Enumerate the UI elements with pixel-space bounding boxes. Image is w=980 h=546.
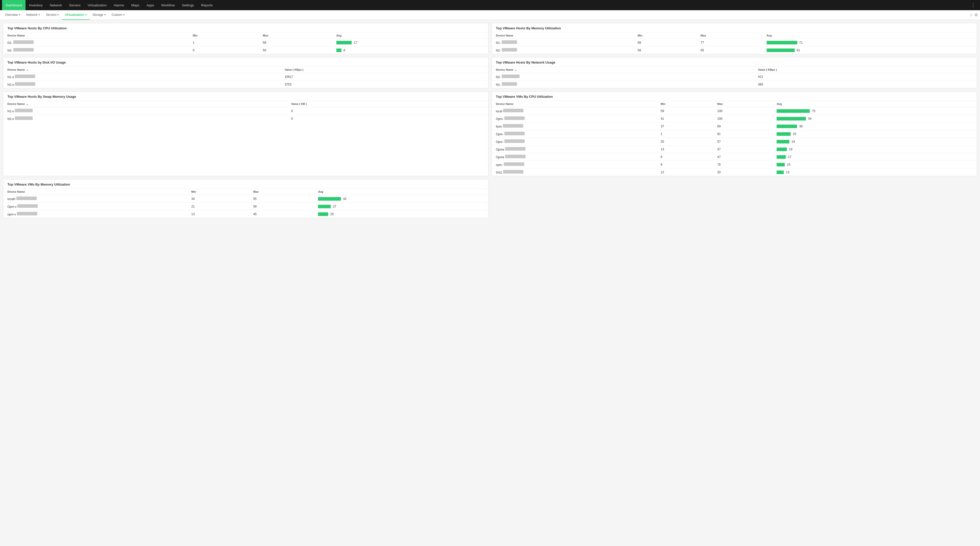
device-name-cell: N1- <box>492 39 633 46</box>
device-name-cell: Itom <box>492 123 656 130</box>
nav-network[interactable]: Network <box>46 0 65 10</box>
nav-dashboard[interactable]: Dashboard <box>2 0 25 10</box>
avg-bar <box>776 117 806 121</box>
value-cell: 0 <box>287 107 488 115</box>
avg-bar <box>776 140 789 143</box>
col-avg: Avg <box>773 101 977 107</box>
table-row: N2- 421 <box>492 73 977 81</box>
device-placeholder <box>504 116 525 120</box>
nav-settings[interactable]: Settings <box>178 0 197 10</box>
device-placeholder <box>15 116 33 120</box>
vm-cpu-util-table: Device Name Min Max Avg local 59 100 75 <box>492 100 977 176</box>
table-row: Opm- 1 81 25 <box>492 130 977 138</box>
device-placeholder <box>504 139 525 143</box>
col-max: Max <box>713 101 773 107</box>
table-row: opm- 8 76 15 <box>492 161 977 169</box>
avg-cell: 61 <box>762 46 977 54</box>
avg-value: 42 <box>343 197 346 201</box>
nav-inventory[interactable]: Inventory <box>25 0 46 10</box>
max-value: 45 <box>249 210 314 218</box>
device-name-cell: Opm-v <box>3 203 187 210</box>
device-placeholder <box>503 170 523 174</box>
device-name-cell: Virt1 <box>492 169 656 176</box>
min-value: 8 <box>656 161 713 169</box>
col-avg: Avg <box>762 32 977 39</box>
value-cell: 0 <box>287 115 488 123</box>
table-row: Opme 6 47 17 <box>492 153 977 161</box>
col-device-name: Device Name ▲ <box>3 101 287 107</box>
widget-vm-cpu-util: Top VMware VMs By CPU Utilization Device… <box>492 91 977 176</box>
subnav-custom[interactable]: Custom ▾ <box>109 10 127 20</box>
table-row: local 59 100 75 <box>492 107 977 115</box>
device-placeholder <box>18 204 38 208</box>
device-name-cell: N1- <box>3 39 189 46</box>
sub-nav: Overview ▾ Network ▾ Servers ▾ Virtualiz… <box>0 10 980 20</box>
max-value: 100 <box>713 115 773 123</box>
chevron-down-icon: ▾ <box>19 13 20 16</box>
min-value: 59 <box>656 107 713 115</box>
min-value: 13 <box>656 145 713 153</box>
chevron-down-icon: ▾ <box>57 13 59 16</box>
subnav-virtualization[interactable]: Virtualization ▾ <box>62 10 89 20</box>
avg-cell: 8 <box>332 46 488 54</box>
col-max: Max <box>259 32 332 39</box>
nav-reports[interactable]: Reports <box>197 0 216 10</box>
widget-swap-mem-title: Top VMware Hosts By Swap Memory Usage <box>3 92 488 100</box>
avg-cell: 38 <box>773 123 977 130</box>
dashboard-grid: Top VMware Hosts By CPU Utilization Devi… <box>0 20 980 221</box>
device-name-cell: N2- <box>3 46 189 54</box>
col-device-name: Device Name <box>3 189 187 195</box>
min-value: 21 <box>187 203 249 210</box>
col-device-name: Device Name ▲ <box>3 67 280 73</box>
min-value: 20 <box>656 138 713 145</box>
avg-value: 8 <box>344 48 345 52</box>
subnav-storage[interactable]: Storage ▾ <box>89 10 109 20</box>
nav-alarms[interactable]: Alarms <box>110 0 127 10</box>
max-value: 100 <box>713 107 773 115</box>
avg-bar <box>776 148 787 151</box>
max-value: 81 <box>713 130 773 138</box>
avg-cell: 54 <box>773 115 977 123</box>
min-value: 41 <box>656 115 713 123</box>
max-value: 20 <box>713 169 773 176</box>
device-placeholder <box>503 109 523 112</box>
device-placeholder <box>502 75 520 78</box>
subnav-network[interactable]: Network ▾ <box>23 10 43 20</box>
subnav-servers[interactable]: Servers ▾ <box>43 10 62 20</box>
table-row: opm-v 13 45 20 <box>3 210 488 218</box>
star-icon[interactable]: ☆ <box>969 13 973 18</box>
max-value: 77 <box>697 39 762 46</box>
device-placeholder <box>502 48 517 52</box>
subnav-overview[interactable]: Overview ▾ <box>2 10 23 20</box>
more-options-icon[interactable]: ⋮ <box>968 2 978 8</box>
settings-icon[interactable]: ⚙ <box>974 13 978 18</box>
avg-value: 27 <box>333 205 336 208</box>
avg-value: 71 <box>799 41 803 45</box>
device-placeholder <box>13 48 34 52</box>
avg-cell: 42 <box>314 195 488 203</box>
table-row: Opm- 20 57 24 <box>492 138 977 145</box>
col-min: Min <box>656 101 713 107</box>
max-value: 59 <box>249 203 314 210</box>
col-max: Max <box>697 32 762 39</box>
min-value: 1 <box>189 39 259 46</box>
widget-cpu-util: Top VMware Hosts By CPU Utilization Devi… <box>3 23 488 54</box>
min-value: 0 <box>189 46 259 54</box>
device-name-cell: local <box>492 107 656 115</box>
table-row: Opme 13 47 19 <box>492 145 977 153</box>
nav-maps[interactable]: Maps <box>127 0 143 10</box>
device-placeholder <box>15 109 33 112</box>
nav-workflow[interactable]: Workflow <box>158 0 178 10</box>
nav-apps[interactable]: Apps <box>143 0 158 10</box>
col-device-name: Device Name <box>492 101 656 107</box>
sub-nav-icons: ☆ ⚙ <box>969 13 978 18</box>
avg-bar <box>767 48 795 52</box>
nav-virtualization[interactable]: Virtualization <box>84 0 110 10</box>
device-name-cell: N1- <box>492 81 754 88</box>
avg-cell: 13 <box>773 169 977 176</box>
value-cell: 3753 <box>280 81 488 88</box>
col-min: Min <box>189 32 259 39</box>
device-name-cell: N2- <box>492 46 633 54</box>
col-value: Value ( KBps ) <box>280 67 488 73</box>
nav-servers[interactable]: Servers <box>65 0 84 10</box>
